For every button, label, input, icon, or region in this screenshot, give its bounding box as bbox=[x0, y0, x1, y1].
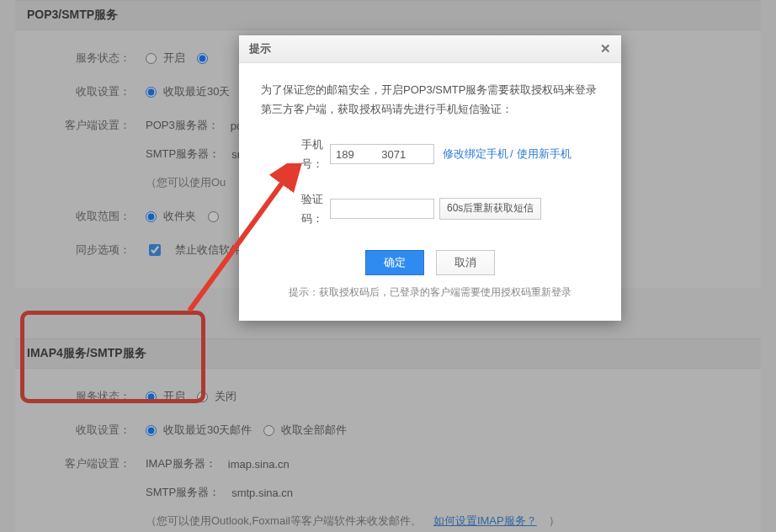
phone-input[interactable] bbox=[330, 144, 434, 164]
ok-button[interactable]: 确定 bbox=[365, 250, 424, 275]
dialog-title: 提示 bbox=[249, 41, 271, 56]
dialog-titlebar: 提示 ✕ bbox=[239, 35, 621, 63]
code-label: 验证码： bbox=[281, 189, 330, 229]
dialog-body: 为了保证您的邮箱安全，开启POP3/SMTP服务需要获取授权码来登录第三方客户端… bbox=[239, 63, 621, 321]
code-input[interactable] bbox=[330, 199, 434, 219]
phone-label: 手机号： bbox=[281, 135, 330, 174]
dialog-actions: 确定 取消 bbox=[261, 250, 599, 275]
change-phone-link[interactable]: 修改绑定手机 bbox=[443, 144, 508, 163]
cancel-button[interactable]: 取消 bbox=[436, 250, 495, 275]
dialog-intro: 为了保证您的邮箱安全，开启POP3/SMTP服务需要获取授权码来登录第三方客户端… bbox=[261, 80, 599, 120]
auth-dialog: 提示 ✕ 为了保证您的邮箱安全，开启POP3/SMTP服务需要获取授权码来登录第… bbox=[239, 35, 621, 321]
code-row: 验证码： 60s后重新获取短信 bbox=[281, 189, 599, 229]
new-phone-link[interactable]: 使用新手机 bbox=[517, 144, 571, 163]
dialog-tip: 提示：获取授权码后，已登录的客户端需要使用授权码重新登录 bbox=[261, 284, 599, 302]
close-icon[interactable]: ✕ bbox=[600, 41, 611, 56]
resend-sms-button[interactable]: 60s后重新获取短信 bbox=[439, 198, 541, 220]
link-separator: / bbox=[510, 144, 513, 163]
page-root: POP3/SMTP服务 服务状态： 开启 收取设置： 收取最近30天 客户端设置… bbox=[0, 0, 776, 532]
phone-row: 手机号： 修改绑定手机 / 使用新手机 bbox=[281, 135, 599, 174]
